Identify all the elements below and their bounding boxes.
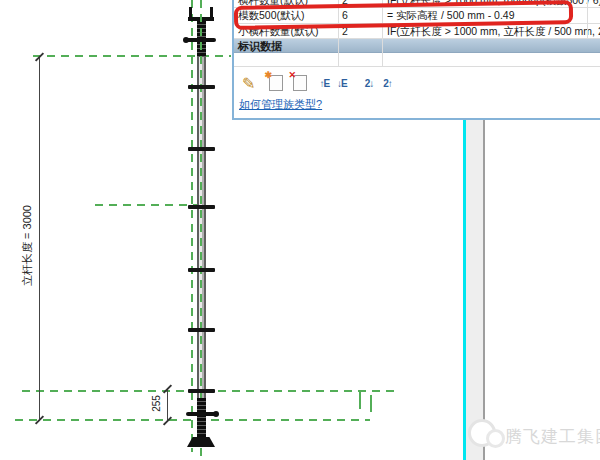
empty-cell <box>234 53 338 66</box>
pole-centerline <box>200 0 202 456</box>
move-down-icon[interactable]: ↓E <box>337 78 347 89</box>
coupler-joint-6 <box>188 389 215 393</box>
new-badge-icon: ✱ <box>264 70 272 80</box>
param-formula[interactable]: IF(立杆长度 > 1000 mm, roundup(模数500 / 6), 2… <box>382 0 600 7</box>
parameter-row-modulus500[interactable]: 模数500(默认) 6 = 实际高程 / 500 mm - 0.49 <box>234 8 600 24</box>
watermark-logo-circle-small <box>486 429 505 448</box>
manage-family-types-help-link[interactable]: 如何管理族类型? <box>239 97 322 112</box>
column-divider-3 <box>587 0 588 39</box>
level-dashed-line-bottom <box>15 419 370 421</box>
bottom-adjustable-screw <box>197 398 206 437</box>
identity-data-section-header[interactable]: 标识数据 <box>234 39 600 53</box>
empty-cell <box>382 53 600 66</box>
empty-parameter-row[interactable] <box>234 53 600 67</box>
coupler-joint-4 <box>188 268 215 272</box>
revit-canvas: 立杆长度 = 3000 255 腾飞建工集团 <box>0 0 600 460</box>
wall-column-edge <box>483 120 485 460</box>
parameter-toolbar: ✎ ✱ ✕ ↑E ↓E 2↓ 2↑ <box>240 72 392 94</box>
param-formula[interactable]: = 实际高程 / 500 mm - 0.49 <box>382 8 600 23</box>
delete-badge-icon: ✕ <box>288 70 296 80</box>
edit-parameter-icon[interactable]: ✎ <box>242 74 255 93</box>
main-dimension-label: 立杆长度 = 3000 <box>20 181 35 311</box>
sort-descending-icon[interactable]: 2↑ <box>383 78 392 89</box>
green-marker-1 <box>359 391 361 409</box>
new-parameter-icon[interactable]: ✱ <box>269 75 283 91</box>
param-name: 小横杆数量(默认) <box>234 24 338 38</box>
sort-ascending-icon[interactable]: 2↓ <box>365 78 374 89</box>
green-marker-2 <box>370 395 372 412</box>
coupler-joint-5 <box>188 328 215 332</box>
watermark-text: 腾飞建工集团 <box>505 425 600 448</box>
level-dashed-line-mid <box>95 204 203 206</box>
param-value[interactable]: 2 <box>338 0 382 7</box>
column-divider-2 <box>382 0 383 67</box>
parameter-table: 横杆数量(默认) 2 IF(立杆长度 > 1000 mm, roundup(模数… <box>234 0 600 67</box>
family-types-dialog: 横杆数量(默认) 2 IF(立杆长度 > 1000 mm, roundup(模数… <box>232 0 600 120</box>
param-value[interactable]: 6 <box>338 8 382 23</box>
parameter-row-clipped[interactable]: 横杆数量(默认) 2 IF(立杆长度 > 1000 mm, roundup(模数… <box>234 0 600 8</box>
param-name: 横杆数量(默认) <box>234 0 338 7</box>
parameter-row-crossbar[interactable]: 小横杆数量(默认) 2 IF(立杆长度 > 1000 mm, 立杆长度 / 50… <box>234 24 600 39</box>
empty-cell <box>338 53 382 66</box>
coupler-joint-1 <box>188 85 215 89</box>
coupler-joint-3 <box>188 205 215 209</box>
delete-parameter-icon[interactable]: ✕ <box>293 75 307 91</box>
offset-tick-bottom <box>163 416 172 425</box>
coupler-joint-2 <box>188 147 215 151</box>
move-up-icon[interactable]: ↑E <box>319 78 329 89</box>
offset-dimension-line <box>167 388 168 422</box>
param-value[interactable]: 2 <box>338 24 382 38</box>
param-formula[interactable]: IF(立杆长度 > 1000 mm, 立杆长度 / 500 mm, 2) <box>382 24 600 38</box>
top-handle-knob <box>183 37 189 43</box>
wall-column-band <box>466 120 483 460</box>
bottom-handle-knob <box>213 411 219 417</box>
offset-dimension-label: 255 <box>151 384 162 424</box>
reference-plane-vertical <box>191 0 193 452</box>
column-divider-1 <box>338 0 339 67</box>
dimension-line <box>39 57 40 421</box>
bottom-handle <box>186 412 216 416</box>
param-name: 模数500(默认) <box>234 8 338 23</box>
